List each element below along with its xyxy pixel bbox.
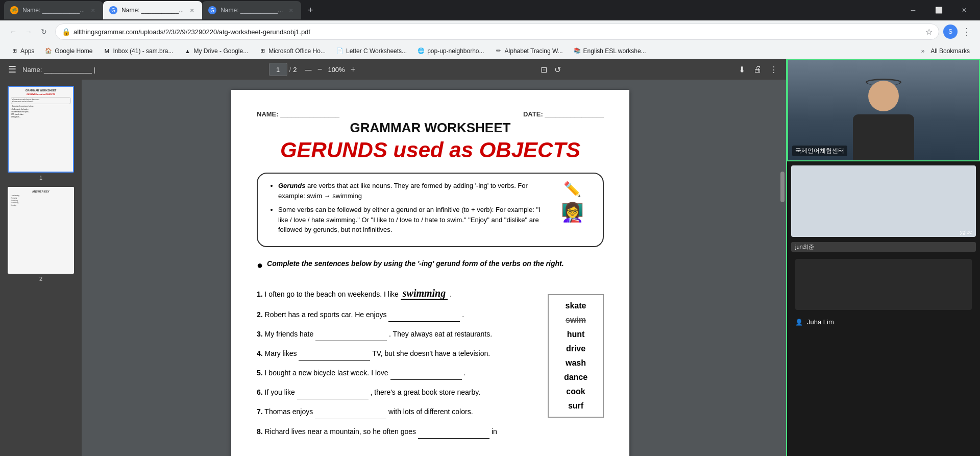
more-options-button[interactable]: ⋮ <box>960 25 974 39</box>
word-drive: drive <box>566 344 585 353</box>
thumbnail-2[interactable]: ANSWER KEY 1. swimming 2. driving 3. coo… <box>4 187 78 282</box>
maximize-button[interactable]: ⬜ <box>927 2 950 18</box>
sentence-3-rest: . They always eat at restaurants. <box>389 330 492 338</box>
bookmark-alphabet-label: Alphabet Tracing W... <box>505 47 563 55</box>
sentence-3-text: My friends hate <box>265 330 316 338</box>
sentence-7-text: Thomas enjoys <box>264 407 315 416</box>
tab-bar: 🌴 Name: ___________... ✕ G Name: _______… <box>4 0 897 20</box>
juha-row: 👤 Juha Lim <box>791 316 976 328</box>
pdf-toolbar-right: ⬇ 🖨 ⋮ <box>737 63 780 77</box>
bookmark-google-home[interactable]: 🏠 Google Home <box>40 45 96 57</box>
bookmark-office[interactable]: ⊞ Microsoft Office Ho... <box>254 45 330 57</box>
inbox-icon: M <box>103 47 111 55</box>
minimize-button[interactable]: ─ <box>901 2 925 18</box>
bookmark-inbox-label: Inbox (41) - sam.bra... <box>113 47 173 55</box>
word-hunt: hunt <box>567 330 585 339</box>
tab-1[interactable]: 🌴 Name: ___________... ✕ <box>4 1 103 19</box>
tab1-close[interactable]: ✕ <box>89 6 97 14</box>
sentence-8: 8. Richard lives near a mountain, so he … <box>257 425 537 439</box>
sentence-7-num: 7. <box>257 407 263 416</box>
sentence-3-num: 3. <box>257 330 263 338</box>
sentence-4-rest: TV, but she doesn't have a television. <box>372 349 490 357</box>
sentence-4-blank <box>299 347 370 361</box>
tab-3[interactable]: G Name: ___________... ✕ <box>202 1 301 19</box>
pdf-fit-page-button[interactable]: ⊡ <box>538 63 549 77</box>
bookmark-apps[interactable]: ⊞ Apps <box>6 45 38 57</box>
thumbnail-1[interactable]: GRAMMAR WORKSHEET GERUNDS used as OBJECT… <box>4 86 78 181</box>
pdf-zoom-in-button[interactable]: + <box>347 63 359 76</box>
url-bar[interactable]: 🔒 allthingsgrammar.com/uploads/2/3/2/9/2… <box>55 23 939 40</box>
close-button[interactable]: ✕ <box>952 2 976 18</box>
refresh-button[interactable]: ↻ <box>37 25 51 39</box>
pdf-print-button[interactable]: 🖨 <box>751 63 764 76</box>
sentence-6-text: If you like <box>265 388 297 396</box>
yglec-video-placeholder <box>791 165 976 237</box>
bookmark-star-icon[interactable]: ☆ <box>925 27 933 37</box>
bookmark-esl[interactable]: 📚 English ESL workshe... <box>569 45 650 57</box>
pdf-scrollbar-thumb[interactable] <box>780 172 785 202</box>
worksheet-title: GRAMMAR WORKSHEET <box>257 120 604 136</box>
participants-section: yglec jun최준 👤 Juha Lim <box>787 161 980 456</box>
juha-icon: 👤 <box>795 319 803 326</box>
bookmark-office-label: Microsoft Office Ho... <box>268 47 326 55</box>
google-home-icon: 🏠 <box>44 47 53 55</box>
word-swim: swim <box>566 316 586 325</box>
exercise-area: 1. I often go to the beach on weekends. … <box>257 284 604 445</box>
bookmark-letter-c[interactable]: 📄 Letter C Worksheets... <box>332 45 411 57</box>
bookmark-popup[interactable]: 🌐 pop-up-neighborho... <box>413 45 488 57</box>
pdf-total-pages: 2 <box>293 66 297 74</box>
word-cook: cook <box>566 387 585 396</box>
pdf-name: Name: _____________ | <box>22 66 95 74</box>
new-tab-button[interactable]: + <box>303 3 317 17</box>
address-bar: ← → ↻ 🔒 allthingsgrammar.com/uploads/2/3… <box>0 20 980 43</box>
pdf-download-button[interactable]: ⬇ <box>737 63 747 77</box>
tab2-close[interactable]: ✕ <box>188 6 196 14</box>
main-video: 국제언어체험센터 <box>787 59 980 161</box>
pdf-page-area[interactable]: NAME: ________________ DATE: ___________… <box>82 80 779 456</box>
pdf-zoom-out-button[interactable]: − <box>313 63 326 76</box>
pdf-scrollbar[interactable] <box>779 80 786 456</box>
extensions-button[interactable]: S <box>943 25 958 39</box>
pdf-rotate-button[interactable]: ↺ <box>552 63 563 77</box>
back-button[interactable]: ← <box>6 25 20 39</box>
sentence-5-rest: . <box>463 369 465 377</box>
pdf-more-button[interactable]: ⋮ <box>768 63 780 77</box>
sentence-5-text: I bought a new bicycle last week. I love <box>265 369 390 377</box>
bookmark-inbox[interactable]: M Inbox (41) - sam.bra... <box>99 45 177 57</box>
url-text: allthingsgrammar.com/uploads/2/3/2/9/232… <box>74 28 922 36</box>
headphones-icon <box>866 79 901 86</box>
sentence-8-num: 8. <box>257 427 263 436</box>
info-bullet-2: Some verbs can be followed by either a g… <box>278 205 542 235</box>
word-dance: dance <box>564 373 587 382</box>
tab3-close[interactable]: ✕ <box>287 6 295 14</box>
pdf-page-input-box[interactable]: 1 <box>269 63 287 76</box>
tab-2[interactable]: G Name: ___________... ✕ <box>103 1 202 19</box>
word-surf: surf <box>568 401 583 411</box>
bookmark-drive[interactable]: ▲ My Drive - Google... <box>179 45 252 57</box>
worksheet-subtitle: GERUNDS used as OBJECTS <box>257 138 604 162</box>
person-body <box>853 114 914 160</box>
juha-name: Juha Lim <box>807 318 834 326</box>
pdf-zoom-value: 100% <box>328 66 345 74</box>
word-box: skate swim hunt drive wash dance cook su… <box>548 294 604 418</box>
sentence-7: 7. Thomas enjoys with lots of different … <box>257 405 537 419</box>
jun-label: jun최준 <box>791 242 976 252</box>
bookmark-alphabet[interactable]: ✏ Alphabet Tracing W... <box>491 45 567 57</box>
info-box-container: Gerunds are verbs that act like nouns. T… <box>257 173 604 247</box>
forward-button[interactable]: → <box>21 25 36 39</box>
pdf-menu-button[interactable]: ☰ <box>6 62 18 77</box>
thumbnail-2-image: ANSWER KEY 1. swimming 2. driving 3. coo… <box>8 187 74 274</box>
bookmark-all[interactable]: All Bookmarks <box>926 45 974 57</box>
all-bookmarks-label: All Bookmarks <box>930 47 970 55</box>
nav-buttons: ← → ↻ <box>6 25 51 39</box>
pencil-icon: ✏️ <box>564 181 581 198</box>
bookmark-esl-label: English ESL workshe... <box>583 47 646 55</box>
teacher-figure-icon: 👩‍🏫 <box>561 202 584 223</box>
more-bookmarks-icon[interactable]: » <box>921 47 925 55</box>
yglec-section: yglec <box>791 165 976 237</box>
pdf-page-separator: / <box>289 66 291 74</box>
window-controls: ─ ⬜ ✕ <box>901 2 976 18</box>
sentence-7-blank <box>315 405 386 419</box>
worksheet-instruction: Complete the sentences below by using th… <box>267 259 564 268</box>
main-video-label: 국제언어체험센터 <box>792 146 847 156</box>
